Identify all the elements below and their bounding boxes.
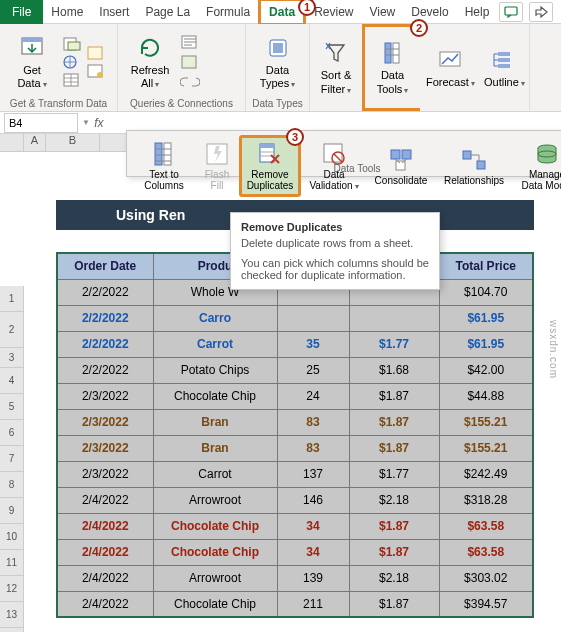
row-header[interactable]: 9 <box>0 498 24 524</box>
row-header[interactable]: 4 <box>0 368 24 394</box>
edit-links-icon[interactable] <box>180 74 200 90</box>
table-row[interactable]: 2/3/2022Bran83$1.87$155.21 <box>57 409 533 435</box>
table-cell[interactable]: $1.77 <box>349 331 439 357</box>
from-web-icon[interactable] <box>62 54 82 70</box>
file-tab[interactable]: File <box>0 0 43 24</box>
table-cell[interactable]: $303.02 <box>439 565 533 591</box>
row-header[interactable]: 7 <box>0 446 24 472</box>
table-cell[interactable]: 2/4/2022 <box>57 487 153 513</box>
table-cell[interactable]: $1.77 <box>349 461 439 487</box>
table-cell[interactable]: 2/2/2022 <box>57 357 153 383</box>
table-cell[interactable]: $1.68 <box>349 357 439 383</box>
table-cell[interactable]: 2/3/2022 <box>57 435 153 461</box>
table-cell[interactable]: 2/2/2022 <box>57 279 153 305</box>
refresh-all-button[interactable]: Refresh All <box>124 29 176 95</box>
table-cell[interactable]: 139 <box>277 565 349 591</box>
table-cell[interactable]: $44.88 <box>439 383 533 409</box>
col-header-A[interactable]: A <box>24 134 46 151</box>
table-cell[interactable]: 2/4/2022 <box>57 513 153 539</box>
row-header[interactable]: 14 <box>0 628 24 632</box>
tab-help[interactable]: Help <box>457 1 498 23</box>
table-cell[interactable]: 2/3/2022 <box>57 461 153 487</box>
table-row[interactable]: 2/2/2022Carro$61.95 <box>57 305 533 331</box>
table-cell[interactable]: $104.70 <box>439 279 533 305</box>
table-cell[interactable]: 83 <box>277 409 349 435</box>
row-header[interactable]: 2 <box>0 312 24 348</box>
table-cell[interactable]: $1.87 <box>349 435 439 461</box>
row-header[interactable]: 5 <box>0 394 24 420</box>
namebox-dropdown-icon[interactable]: ▼ <box>82 118 90 127</box>
table-cell[interactable]: 2/4/2022 <box>57 539 153 565</box>
table-cell[interactable] <box>349 305 439 331</box>
table-cell[interactable]: 146 <box>277 487 349 513</box>
table-cell[interactable]: $61.95 <box>439 305 533 331</box>
table-cell[interactable]: Bran <box>153 435 277 461</box>
get-data-button[interactable]: Get Data <box>6 29 58 95</box>
tab-formulas[interactable]: Formula <box>198 1 258 23</box>
queries-icon[interactable] <box>180 34 200 50</box>
table-row[interactable]: 2/2/2022Potato Chips25$1.68$42.00 <box>57 357 533 383</box>
name-box[interactable] <box>4 113 78 133</box>
table-cell[interactable]: Chocolate Chip <box>153 591 277 617</box>
table-cell[interactable]: 25 <box>277 357 349 383</box>
row-header[interactable]: 3 <box>0 348 24 368</box>
table-cell[interactable]: 2/2/2022 <box>57 305 153 331</box>
table-cell[interactable]: $42.00 <box>439 357 533 383</box>
col-header-B[interactable]: B <box>46 134 100 151</box>
row-header[interactable]: 10 <box>0 524 24 550</box>
row-header[interactable]: 6 <box>0 420 24 446</box>
table-cell[interactable]: $63.58 <box>439 539 533 565</box>
table-row[interactable]: 2/4/2022Chocolate Chip211$1.87$394.57 <box>57 591 533 617</box>
table-cell[interactable]: $318.28 <box>439 487 533 513</box>
table-cell[interactable]: $2.18 <box>349 565 439 591</box>
table-cell[interactable]: 137 <box>277 461 349 487</box>
table-cell[interactable]: 34 <box>277 513 349 539</box>
table-cell[interactable] <box>277 305 349 331</box>
table-cell[interactable]: 211 <box>277 591 349 617</box>
tab-view[interactable]: View <box>361 1 403 23</box>
table-cell[interactable]: 35 <box>277 331 349 357</box>
table-cell[interactable]: $61.95 <box>439 331 533 357</box>
table-cell[interactable]: Carrot <box>153 331 277 357</box>
table-cell[interactable]: $1.87 <box>349 383 439 409</box>
table-cell[interactable]: $394.57 <box>439 591 533 617</box>
table-cell[interactable]: Chocolate Chip <box>153 539 277 565</box>
tab-home[interactable]: Home <box>43 1 91 23</box>
comments-icon[interactable] <box>499 2 523 22</box>
row-header[interactable]: 8 <box>0 472 24 498</box>
row-header[interactable]: 12 <box>0 576 24 602</box>
existing-conn-icon[interactable] <box>86 63 106 79</box>
table-cell[interactable]: Bran <box>153 409 277 435</box>
table-cell[interactable]: Chocolate Chip <box>153 513 277 539</box>
sort-filter-button[interactable]: Sort & Filter <box>316 35 356 101</box>
table-cell[interactable]: Chocolate Chip <box>153 383 277 409</box>
fx-icon[interactable]: fx <box>90 116 108 130</box>
tab-pagelayout[interactable]: Page La <box>137 1 198 23</box>
table-row[interactable]: 2/2/2022Carrot35$1.77$61.95 <box>57 331 533 357</box>
spreadsheet-grid[interactable]: A B 1 2 3 4 5 6 7 8 9 10 11 12 13 14 15 … <box>0 134 561 632</box>
table-row[interactable]: 2/3/2022Chocolate Chip24$1.87$44.88 <box>57 383 533 409</box>
table-cell[interactable]: 2/4/2022 <box>57 565 153 591</box>
table-row[interactable]: 2/3/2022Carrot137$1.77$242.49 <box>57 461 533 487</box>
data-tools-button[interactable]: Data Tools <box>371 35 414 101</box>
table-cell[interactable]: 2/4/2022 <box>57 591 153 617</box>
table-cell[interactable]: $155.21 <box>439 435 533 461</box>
properties-icon[interactable] <box>180 54 200 70</box>
data-types-button[interactable]: Data Types <box>252 29 303 95</box>
table-cell[interactable]: Arrowroot <box>153 565 277 591</box>
share-icon[interactable] <box>529 2 553 22</box>
select-all-corner[interactable] <box>0 134 24 151</box>
table-row[interactable]: 2/4/2022Chocolate Chip34$1.87$63.58 <box>57 513 533 539</box>
row-header[interactable]: 1 <box>0 286 24 312</box>
table-cell[interactable]: 2/2/2022 <box>57 331 153 357</box>
col-order-date[interactable]: Order Date <box>57 253 153 279</box>
table-cell[interactable]: 2/3/2022 <box>57 383 153 409</box>
table-cell[interactable]: 34 <box>277 539 349 565</box>
table-cell[interactable]: $1.87 <box>349 513 439 539</box>
table-cell[interactable]: Arrowroot <box>153 487 277 513</box>
table-row[interactable]: 2/4/2022Arrowroot146$2.18$318.28 <box>57 487 533 513</box>
table-cell[interactable]: $155.21 <box>439 409 533 435</box>
table-cell[interactable]: Carro <box>153 305 277 331</box>
table-cell[interactable]: $242.49 <box>439 461 533 487</box>
forecast-button[interactable]: Forecast <box>426 35 475 101</box>
